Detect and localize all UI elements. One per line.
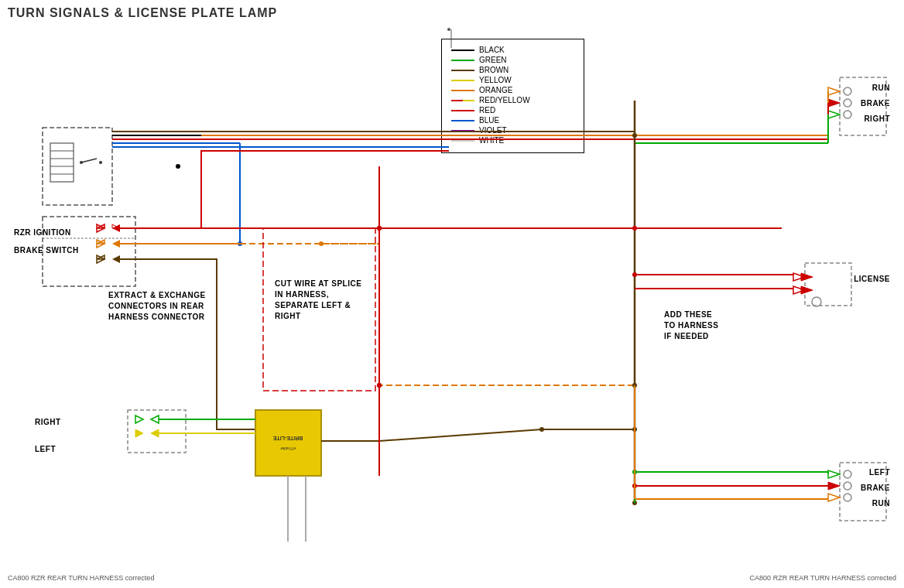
svg-point-50 [844, 482, 851, 490]
svg-point-66 [377, 226, 382, 231]
right-bottom-connector-box [840, 463, 886, 521]
wiring-diagram: TURN SIGNALS & LICENSE PLATE LAMP BLACKG… [0, 0, 904, 588]
svg-marker-52 [828, 470, 840, 478]
svg-marker-25 [828, 99, 840, 107]
svg-marker-39 [135, 429, 143, 437]
svg-marker-26 [828, 111, 840, 118]
svg-point-61 [319, 241, 324, 246]
controller-box [255, 410, 321, 476]
svg-point-23 [844, 111, 851, 118]
cut-wire-area [263, 228, 375, 391]
svg-marker-12 [112, 240, 120, 248]
svg-point-22 [844, 99, 851, 107]
svg-line-57 [379, 429, 542, 441]
brake-switch-box [43, 217, 135, 286]
svg-line-5 [81, 159, 97, 162]
svg-text:BRITE-LITE: BRITE-LITE [272, 436, 303, 441]
svg-point-6 [80, 161, 83, 164]
svg-marker-24 [828, 87, 840, 95]
svg-rect-0 [50, 143, 74, 182]
svg-point-7 [99, 161, 102, 164]
svg-point-68 [447, 28, 450, 31]
svg-point-51 [844, 494, 851, 501]
svg-point-31 [632, 133, 637, 138]
svg-marker-15 [112, 255, 120, 263]
svg-point-49 [844, 470, 851, 478]
svg-marker-37 [135, 415, 143, 423]
svg-point-21 [844, 87, 851, 95]
svg-marker-54 [828, 494, 840, 501]
svg-marker-36 [151, 415, 159, 423]
wiring-svg: BRITE-LITE eTrailer [0, 0, 904, 588]
svg-point-47 [812, 297, 821, 306]
svg-point-62 [176, 164, 180, 169]
license-connector-box [805, 263, 851, 306]
svg-point-48 [632, 272, 637, 277]
svg-marker-53 [828, 482, 840, 490]
svg-marker-38 [151, 429, 159, 437]
svg-marker-46 [801, 286, 813, 294]
svg-text:eTrailer: eTrailer [280, 446, 296, 451]
svg-marker-44 [801, 273, 813, 281]
svg-point-42 [632, 226, 637, 231]
svg-point-67 [377, 383, 382, 388]
